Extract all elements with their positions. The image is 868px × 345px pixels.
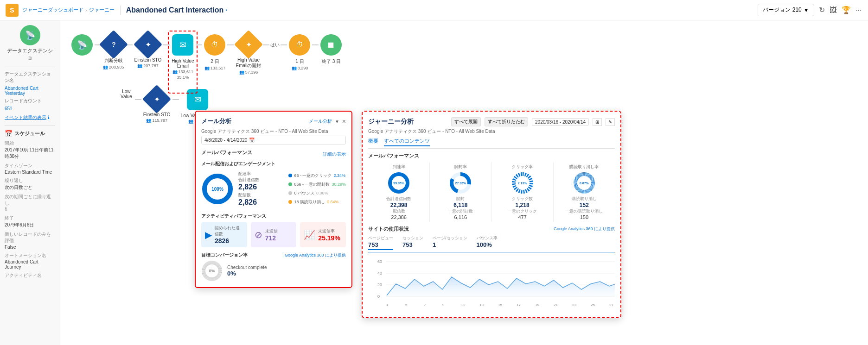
activity-pct-label: 未送信率	[318, 228, 340, 234]
einstein-sto2-node[interactable]: ✦ Einstein STO 👥 115,787	[143, 89, 171, 123]
ja-tab-overview[interactable]: 概要	[368, 138, 378, 146]
ja-tab-all-content[interactable]: すべてのコンテンツ	[384, 138, 430, 146]
mail-panel-close-button[interactable]: ×	[342, 118, 346, 125]
header-divider	[120, 6, 121, 15]
site-pageview-val: 753	[368, 241, 393, 248]
activity-unsub-label: 未送信	[265, 228, 278, 234]
metric-click-pct: 2.13%	[518, 182, 527, 185]
ja-header: ジャーニー分析 すべて展開 すべて折りたたむ 2020/03/16 - 2020…	[368, 117, 615, 126]
high-value-open-node[interactable]: ✦ High ValueEmailの開封 👥 57,396	[236, 34, 261, 75]
site-sub[interactable]: Google Analytics 360 により提供	[554, 226, 615, 232]
end3day-node[interactable]: ⏹ 終了 3 日	[320, 34, 342, 65]
trophy-icon-button[interactable]: 🏆	[841, 5, 852, 15]
data-ext-node[interactable]: 📡	[71, 34, 93, 57]
refresh-icon-button[interactable]: ↻	[818, 5, 826, 15]
site-chart-svg: 60 40 20 0	[368, 256, 615, 312]
image-icon-button[interactable]: 🖼	[829, 5, 838, 15]
ja-metrics-row: 到達率 99.95% 合計送信回数 22,398 配信数	[368, 162, 615, 222]
einstein-sto2-people-icon: 👥	[146, 118, 151, 123]
data-extension-icon: 📡	[20, 25, 40, 45]
conv-label: Checkout complete	[227, 265, 267, 270]
version-chevron-icon: ▼	[804, 7, 809, 13]
activity-pct-info: 未送信率 25.19%	[318, 228, 340, 242]
breadcrumb-item2[interactable]: ジャーニー	[89, 6, 115, 13]
site-chart: 60 40 20 0	[368, 256, 615, 312]
site-session-val: 753	[402, 241, 423, 248]
ja-grid-button[interactable]: ⊞	[593, 118, 602, 126]
high-value-email-node[interactable]: ✉ High ValueEmail 👥 133,611 35.1%	[172, 34, 194, 80]
site-pps-val: 1	[433, 241, 467, 248]
sent-sub-label: 合計送信数	[238, 177, 284, 183]
more-icon-button[interactable]: ···	[855, 5, 862, 15]
site-bounce-val: 100%	[477, 241, 498, 248]
ja-edit-button[interactable]: ✎	[606, 118, 615, 126]
sidebar-activity-label: アクティビティ名	[5, 272, 55, 279]
legend-clicks-dot	[288, 174, 292, 177]
delivery-section: メール配信およびエンゲージメント 100% 配達率	[201, 161, 346, 207]
decision-split-shape: ?	[99, 30, 128, 59]
sidebar-automation-value: Abandoned Cart Journey	[5, 259, 55, 270]
mail-panel-tab-label[interactable]: メール分析	[309, 118, 332, 125]
delivery-title: メール配信およびエンゲージメント	[201, 161, 346, 167]
journey-analysis-panel: ジャーニー分析 すべて展開 すべて折りたたむ 2020/03/16 - 2020…	[362, 111, 621, 318]
page-title-chevron[interactable]: ›	[225, 7, 227, 13]
conv-donut: 0%	[201, 260, 223, 282]
mail-panel-header: メール分析 メール分析 ▼ ×	[201, 117, 346, 125]
mail-panel-dropdown-icon[interactable]: ▼	[335, 119, 339, 124]
yes-connector: はい	[263, 34, 287, 56]
sidebar-end-value: 2079年6月6日	[5, 222, 55, 228]
sidebar-ext-name-label: データエクステンション名	[5, 71, 55, 84]
metric-delivery-rate: 到達率 99.95% 合計送信回数 22,398 配信数	[368, 162, 430, 222]
svg-text:9: 9	[442, 303, 445, 307]
svg-text:7: 7	[424, 303, 426, 307]
ja-expand-button[interactable]: すべて展開	[451, 117, 481, 126]
sidebar-next-repeat-value: 1	[5, 207, 55, 212]
high-value-email-pct: 35.1%	[177, 75, 189, 80]
svg-text:11: 11	[461, 303, 465, 307]
metric-open-sub1-val: 6,118	[433, 202, 488, 208]
conversion-link[interactable]: Google Analytics 360 により提供	[285, 252, 346, 258]
mail-panel-calendar-icon[interactable]: 📅	[249, 138, 255, 143]
conversion-title: 目標コンバージョン率	[201, 252, 248, 258]
ja-title: ジャーニー分析	[368, 118, 414, 126]
sidebar-start-value: 2017年10月11日午前11時30分	[5, 147, 55, 160]
metric-delivery-donut: 99.95%	[388, 172, 410, 194]
ja-collapse-button[interactable]: すべて折りたたむ	[485, 117, 528, 126]
metric-open-name: 開封率	[433, 164, 488, 170]
decision-split-label: 判断分岐	[104, 57, 123, 64]
decision-split-node[interactable]: ? 判断分岐 👥 208,985	[103, 34, 124, 69]
site-title: サイトの使用状況	[368, 226, 409, 232]
metric-unsub-sub1-name: 購読取り消し	[556, 196, 612, 202]
metric-unsub-name: 購読取り消し率	[556, 164, 612, 170]
ja-date-range[interactable]: 2020/03/16 - 2020/04/14	[532, 118, 589, 126]
metric-click-sub2-val: 477	[495, 214, 550, 220]
legend-opens-text: 856 - 一意の開封数	[294, 182, 330, 188]
version-label: バージョン 210	[763, 6, 801, 14]
mail-panel-sub: Google アナリティクス 360 ビュー - NTO - All Web S…	[201, 128, 346, 135]
sidebar-start-label: 開始	[5, 140, 55, 146]
svg-text:23: 23	[572, 303, 576, 307]
mail-perf-link[interactable]: 詳細の表示	[323, 151, 346, 157]
einstein-sto1-icon: ✦	[145, 40, 151, 49]
einstein-sto1-node[interactable]: ✦ Einstein STO 👥 207,787	[134, 34, 162, 68]
mail-panel-date-text: 4/8/2020 - 4/14/2020	[204, 138, 247, 143]
header-left: S ジャーニーダッシュボード › ジャーニー Abandoned Cart In…	[6, 4, 227, 17]
low-value-email-icon: ✉	[194, 94, 201, 105]
2day-node[interactable]: ⏱ 2 日 👥 133,517	[204, 34, 225, 70]
page-title-text: Abandoned Cart Interaction	[126, 6, 224, 14]
sidebar-event-link[interactable]: イベント結果の表示 ℹ	[5, 114, 55, 121]
breadcrumb-item1[interactable]: ジャーニーダッシュボード	[22, 6, 83, 13]
journey-canvas: 📡 ? 判断分岐 👥 208,985	[60, 20, 868, 345]
einstein-sto1-shape: ✦	[134, 30, 162, 59]
2day-people-icon: 👥	[204, 66, 210, 70]
activity-delivered-info: 認められた送信数 2826	[215, 225, 243, 245]
1day-node[interactable]: ⏱ 1 日 👥 8,290	[289, 34, 310, 70]
site-session-label: セッション	[402, 235, 423, 241]
decision-split-count: 👥 208,985	[103, 65, 124, 69]
metric-open-sub1-name: 開封	[433, 196, 488, 202]
legend-clicks: 66 - 一意のクリック 2.34%	[288, 173, 346, 179]
legend-clicks-pct: 2.34%	[333, 173, 345, 178]
version-button[interactable]: バージョン 210 ▼	[758, 4, 814, 16]
einstein-sto1-count: 👥 207,787	[137, 63, 159, 68]
activity-pct-val: 25.19%	[318, 234, 340, 242]
